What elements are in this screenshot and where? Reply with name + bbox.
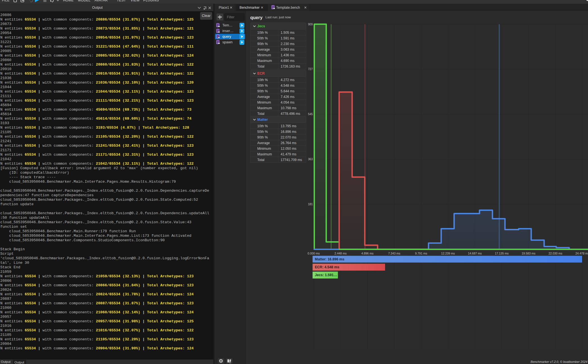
svg-text:22.030 ms: 22.030 ms	[549, 252, 562, 255]
svg-text:17.135 ms: 17.135 ms	[495, 252, 509, 255]
svg-text:363: 363	[308, 158, 313, 161]
svg-text:7.343 ms: 7.343 ms	[388, 252, 400, 255]
svg-text:4.896 ms: 4.896 ms	[361, 252, 374, 255]
svg-text:181: 181	[308, 203, 313, 206]
svg-text:24.478 ms: 24.478 ms	[575, 252, 588, 255]
svg-text:ECR: 4.548 ms: ECR: 4.548 ms	[315, 265, 339, 269]
svg-text:2.448 ms: 2.448 ms	[334, 252, 346, 255]
svg-text:Jecs: 1.591…: Jecs: 1.591…	[315, 273, 337, 277]
svg-text:Matter: 16.896 ms: Matter: 16.896 ms	[315, 257, 345, 261]
svg-text:0.000 ms: 0.000 ms	[308, 252, 320, 255]
svg-text:545: 545	[308, 113, 313, 116]
svg-text:9.791 ms: 9.791 ms	[415, 252, 427, 255]
svg-text:Benchmarker v7.2.0, © boatbomb: Benchmarker v7.2.0, © boatbomber 2024	[531, 360, 587, 363]
svg-text:909: 909	[308, 23, 313, 26]
svg-text:12.239 ms: 12.239 ms	[441, 252, 455, 255]
svg-text:14.687 ms: 14.687 ms	[468, 252, 482, 255]
svg-text:727: 727	[308, 68, 313, 71]
svg-text:19.583 ms: 19.583 ms	[522, 252, 535, 255]
